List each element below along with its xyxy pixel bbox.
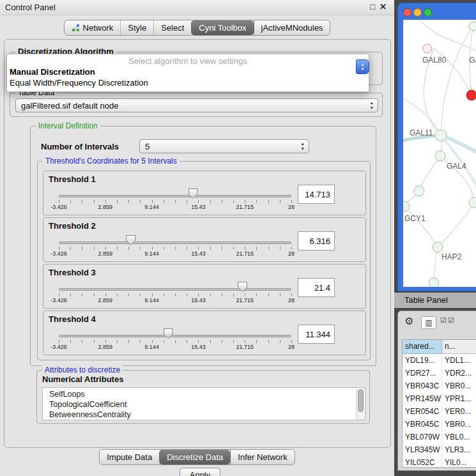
scale-label: 15.43 — [191, 297, 206, 303]
table-row[interactable]: YBR045CYBR0... — [403, 418, 476, 431]
cell-shared-name[interactable]: YBR045C — [403, 418, 442, 431]
float-window-icon[interactable]: □ — [370, 2, 375, 12]
network-node[interactable] — [433, 242, 443, 252]
interval-definition-group-label: Interval Definition — [36, 121, 100, 130]
apply-button[interactable]: Apply — [180, 468, 220, 476]
network-node-selected[interactable] — [466, 90, 476, 100]
table-row[interactable]: YDL19...YDL1... — [403, 354, 476, 367]
zoom-traffic-light-icon[interactable] — [424, 8, 432, 17]
close-traffic-light-icon[interactable] — [403, 8, 411, 17]
numerical-attributes-list[interactable]: SelfLoopsTopologicalCoefficientBetweenne… — [42, 387, 365, 420]
column-header-name[interactable]: n... — [442, 340, 476, 354]
gear-icon[interactable]: ⚙ — [404, 315, 413, 327]
threshold-label: Threshold 4 — [49, 314, 96, 324]
scale-label: 15.43 — [191, 344, 206, 350]
slider-scale-labels: -3.4262.8599.14415.4321.71528 — [59, 204, 291, 211]
network-node[interactable] — [469, 197, 476, 208]
scale-label: 9.144 — [144, 250, 159, 257]
network-node[interactable] — [435, 130, 447, 141]
table-row[interactable]: YIL052CYIL0... — [403, 456, 476, 468]
scale-label: 2.859 — [98, 344, 113, 350]
cell-shared-name[interactable]: YLR345W — [403, 443, 442, 456]
interval-definition-group: Interval Definition Number of Intervals … — [30, 126, 376, 366]
network-node[interactable] — [469, 22, 476, 31]
algorithm-popup-item-manual[interactable]: Manual Discretization — [7, 66, 369, 77]
cell-shared-name[interactable]: YBL079W — [403, 431, 442, 443]
network-node[interactable] — [423, 44, 432, 53]
scale-label: 21.715 — [236, 250, 254, 257]
tab-network[interactable]: Network — [65, 20, 121, 35]
thresholds-group-label: Threshold's Coordinates for 5 Intervals — [43, 157, 180, 165]
table-row[interactable]: YPR145WYPR1... — [403, 392, 476, 405]
network-node[interactable] — [403, 201, 410, 211]
network-canvas[interactable]: GAL80GAL80GAL11GAL4GCY1HAP2 — [403, 20, 476, 287]
network-node[interactable] — [429, 278, 439, 287]
threshold-value-field[interactable]: 6.316 — [298, 231, 335, 250]
network-node[interactable] — [435, 151, 445, 161]
network-node-label: GAL80 — [469, 56, 476, 65]
threshold-value-field[interactable]: 11.344 — [298, 325, 335, 344]
tab-jactivemnodules[interactable]: jActiveMNodules — [254, 20, 330, 35]
threshold-label: Threshold 1 — [49, 174, 96, 184]
tab-select[interactable]: Select — [153, 20, 191, 35]
cell-name[interactable]: YDR2... — [442, 367, 476, 380]
scale-label: -3.426 — [50, 204, 67, 210]
table-row[interactable]: YBL079WYBL0... — [403, 431, 476, 443]
checkbox-icon[interactable]: ☑ — [440, 316, 447, 325]
algorithm-combobox-button[interactable]: ▲▼ — [356, 59, 369, 74]
cell-shared-name[interactable]: YPR145W — [403, 392, 442, 405]
thresholds-group: Threshold's Coordinates for 5 Intervals … — [37, 161, 371, 360]
table-row[interactable]: YDR27...YDR2... — [403, 367, 476, 380]
table-data-combobox[interactable]: galFiltered.sif default node ▲▼ — [15, 98, 378, 112]
tab-label: Discretize Data — [167, 452, 223, 462]
cell-shared-name[interactable]: YDR27... — [403, 367, 442, 380]
threshold-slider-track[interactable] — [59, 195, 291, 197]
table-row[interactable]: YBR043CYBR0... — [403, 380, 476, 392]
tab-style[interactable]: Style — [120, 20, 153, 35]
cell-name[interactable]: YPR1... — [442, 392, 476, 405]
combobox-stepper-icon: ▲▼ — [301, 141, 305, 151]
cell-name[interactable]: YDL1... — [442, 354, 476, 367]
cell-shared-name[interactable]: YBR043C — [403, 380, 442, 392]
checkbox-icon[interactable]: ☑ — [448, 316, 454, 325]
cell-name[interactable]: YBR0... — [442, 380, 476, 392]
table-row[interactable]: YLR345WYLR3... — [403, 443, 476, 456]
close-icon[interactable]: ✕ — [380, 2, 387, 12]
number-of-intervals-combobox[interactable]: 5 ▲▼ — [139, 139, 309, 153]
scale-label: 21.715 — [236, 297, 254, 303]
threshold-slider-track[interactable] — [59, 335, 291, 337]
cell-name[interactable]: YLR3... — [442, 443, 476, 456]
threshold-slider-track[interactable] — [59, 288, 291, 291]
cell-shared-name[interactable]: YDL19... — [403, 354, 442, 367]
cell-shared-name[interactable]: YER054C — [403, 405, 442, 418]
algorithm-popup-placeholder[interactable]: Select algorithm to view settings — [7, 56, 369, 66]
tab-impute-data[interactable]: Impute Data — [100, 450, 159, 464]
tab-infer-network[interactable]: Infer Network — [230, 450, 294, 464]
column-header-shared-name[interactable]: shared... — [403, 340, 442, 354]
tab-label: Infer Network — [238, 452, 287, 462]
table-row[interactable]: YER054CYER0... — [403, 405, 476, 418]
threshold-value-field[interactable]: 14.713 — [298, 185, 335, 204]
cell-name[interactable]: YBR0... — [442, 418, 476, 431]
attributes-scrollbar[interactable] — [356, 388, 364, 420]
cell-name[interactable]: YER0... — [442, 405, 476, 418]
attribute-list-item[interactable]: BetweennessCentrality — [49, 410, 365, 420]
combobox-stepper-icon: ▲▼ — [370, 100, 374, 111]
threshold-slider-track[interactable] — [59, 242, 291, 244]
scale-label: -3.426 — [50, 297, 67, 303]
columns-button[interactable]: ▥ — [421, 316, 436, 329]
cell-shared-name[interactable]: YIL052C — [403, 456, 442, 468]
network-node[interactable] — [414, 186, 424, 196]
attribute-list-item[interactable]: TopologicalCoefficient — [49, 399, 365, 410]
minimize-traffic-light-icon[interactable] — [413, 8, 422, 17]
attribute-list-item[interactable]: SelfLoops — [49, 389, 365, 399]
tab-cyni-toolbox[interactable]: Cyni Toolbox — [191, 20, 253, 35]
scrollbar-thumb[interactable] — [358, 389, 364, 412]
slider-scale-labels: -3.4262.8599.14415.4321.71528 — [59, 344, 291, 351]
cell-name[interactable]: YBL0... — [442, 431, 476, 443]
tab-discretize-data[interactable]: Discretize Data — [159, 450, 230, 464]
slider-tick-marks — [59, 293, 292, 296]
threshold-value-field[interactable]: 21.4 — [298, 278, 335, 297]
algorithm-popup-item-equal-width[interactable]: Equal Width/Frequency Discretization — [7, 77, 369, 88]
cell-name[interactable]: YIL0... — [442, 456, 476, 468]
